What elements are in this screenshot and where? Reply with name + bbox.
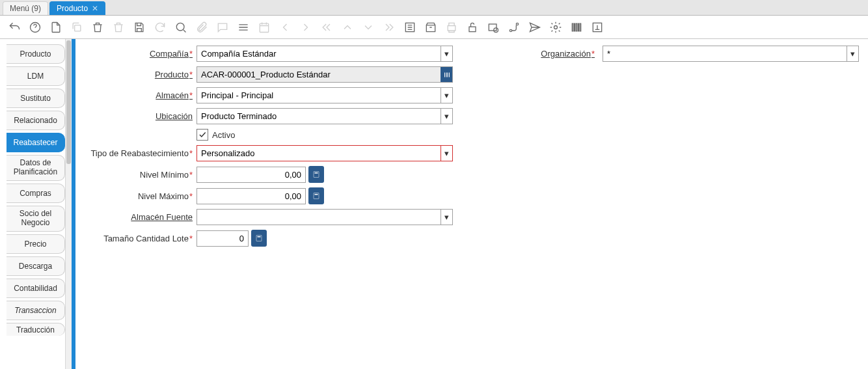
toolbar xyxy=(0,16,868,39)
svg-rect-20 xyxy=(448,72,448,77)
grid-icon[interactable] xyxy=(236,20,251,35)
dropdown-icon[interactable]: ▾ xyxy=(441,109,452,124)
first-icon xyxy=(319,20,334,35)
svg-rect-25 xyxy=(315,194,318,195)
tab-label: Producto xyxy=(57,4,88,13)
tab-producto[interactable]: Producto ✕ xyxy=(49,1,105,15)
input-almacen[interactable] xyxy=(197,88,441,103)
lookup-icon[interactable] xyxy=(441,67,452,82)
sidebar-item-sustituto[interactable]: Sustituto xyxy=(7,89,65,108)
sidebar-scrollbar[interactable] xyxy=(65,39,72,369)
svg-point-7 xyxy=(494,27,498,32)
down-icon xyxy=(360,20,376,35)
help-icon[interactable] xyxy=(27,20,43,35)
input-tamlote[interactable] xyxy=(197,230,249,247)
sidebar-item-ldm[interactable]: LDM xyxy=(7,66,65,86)
delete-sel-icon xyxy=(111,20,126,35)
gear-icon[interactable] xyxy=(548,20,563,35)
sidebar-item-relacionado[interactable]: Relacionado xyxy=(7,111,65,130)
sidebar-wrap: Producto LDM Sustituto Relacionado Reaba… xyxy=(0,39,75,369)
svg-rect-12 xyxy=(575,23,575,31)
combo-tipo-reabastecimiento[interactable]: ▾ xyxy=(197,145,453,161)
combo-organizacion[interactable]: ▾ xyxy=(603,46,859,62)
input-nivelmin[interactable] xyxy=(197,167,306,183)
zoom-icon[interactable] xyxy=(485,20,501,35)
svg-rect-3 xyxy=(260,23,268,32)
next-icon xyxy=(298,20,314,35)
label-nivelmin: Nivel Mínimo* xyxy=(85,170,197,180)
svg-rect-21 xyxy=(449,72,450,77)
dropdown-icon[interactable]: ▾ xyxy=(441,46,452,61)
dropdown-icon[interactable]: ▾ xyxy=(441,88,452,103)
window-tabs: Menú (9) Producto ✕ xyxy=(0,0,868,16)
sidebar-item-traduccion[interactable]: Traducción xyxy=(7,323,65,336)
search-icon[interactable] xyxy=(173,20,189,35)
svg-rect-24 xyxy=(314,193,319,199)
label-almfuente: Almacén Fuente xyxy=(85,212,197,222)
svg-rect-11 xyxy=(572,23,573,31)
svg-rect-6 xyxy=(489,24,496,31)
sidebar: Producto LDM Sustituto Relacionado Reaba… xyxy=(0,39,65,369)
tab-menu[interactable]: Menú (9) xyxy=(3,1,48,15)
svg-rect-17 xyxy=(444,72,445,77)
last-icon xyxy=(381,20,397,35)
svg-point-2 xyxy=(176,23,184,31)
combo-almacen[interactable]: ▾ xyxy=(197,87,453,103)
report-icon[interactable] xyxy=(402,20,418,35)
label-activo: Activo xyxy=(212,130,235,140)
input-ubicacion[interactable] xyxy=(197,109,441,124)
send-icon[interactable] xyxy=(527,20,543,35)
combo-producto[interactable] xyxy=(197,66,453,83)
workflow-icon[interactable] xyxy=(506,20,522,35)
sidebar-item-compras[interactable]: Compras xyxy=(7,184,65,203)
dropdown-icon[interactable]: ▾ xyxy=(441,146,452,161)
sidebar-item-transacciones[interactable]: Transaccion xyxy=(7,301,65,320)
sidebar-item-contabilidad[interactable]: Contabilidad xyxy=(7,279,65,298)
info-icon[interactable] xyxy=(590,20,605,35)
undo-icon[interactable] xyxy=(7,20,22,35)
svg-rect-23 xyxy=(315,172,318,174)
sidebar-item-planificacion[interactable]: Datos de Planificación xyxy=(7,155,65,181)
lock-icon[interactable] xyxy=(465,20,480,35)
close-icon[interactable]: ✕ xyxy=(92,4,98,13)
copy-icon xyxy=(69,20,85,35)
dropdown-icon[interactable]: ▾ xyxy=(441,210,452,225)
archive-icon[interactable] xyxy=(423,20,439,35)
calculator-icon[interactable] xyxy=(308,166,324,183)
input-compania[interactable] xyxy=(197,46,441,61)
sidebar-label: Negocio xyxy=(21,219,49,228)
label-tamlote: Tamaño Cantidad Lote* xyxy=(85,234,197,243)
input-nivelmax[interactable] xyxy=(197,188,306,204)
attach-icon xyxy=(194,20,210,35)
sidebar-label: Datos de xyxy=(20,159,51,168)
checkbox-activo[interactable] xyxy=(197,129,208,141)
input-organizacion[interactable] xyxy=(603,46,847,61)
sidebar-item-producto[interactable]: Producto xyxy=(7,44,65,64)
calendar-icon xyxy=(256,20,272,35)
active-indicator-bar xyxy=(72,39,75,369)
label-ubicacion: Ubicación xyxy=(85,111,197,121)
sidebar-item-socio[interactable]: Socio del Negocio xyxy=(7,206,65,232)
combo-ubicacion[interactable]: ▾ xyxy=(197,108,453,124)
calculator-icon[interactable] xyxy=(251,230,267,247)
main-area: Producto LDM Sustituto Relacionado Reaba… xyxy=(0,39,868,369)
combo-almfuente[interactable]: ▾ xyxy=(197,209,453,225)
sidebar-item-precio[interactable]: Precio xyxy=(7,234,65,254)
sidebar-item-descarga[interactable]: Descarga xyxy=(7,256,65,276)
new-icon[interactable] xyxy=(48,20,64,35)
delete-icon[interactable] xyxy=(90,20,105,35)
dropdown-icon[interactable]: ▾ xyxy=(847,46,858,61)
calculator-icon[interactable] xyxy=(308,187,324,204)
save-icon[interactable] xyxy=(131,20,147,35)
svg-rect-14 xyxy=(578,23,579,31)
scroll-thumb[interactable] xyxy=(66,40,71,164)
input-tipo[interactable] xyxy=(197,146,441,161)
svg-rect-19 xyxy=(446,72,447,77)
barcode-icon[interactable] xyxy=(569,20,584,35)
refresh-icon xyxy=(152,20,168,35)
combo-compania[interactable]: ▾ xyxy=(197,46,453,62)
sidebar-label: Socio del xyxy=(20,210,51,219)
sidebar-item-reabastecer[interactable]: Reabastecer xyxy=(7,133,65,152)
input-almfuente[interactable] xyxy=(197,210,441,225)
label-organizacion: Organización* xyxy=(541,49,599,59)
